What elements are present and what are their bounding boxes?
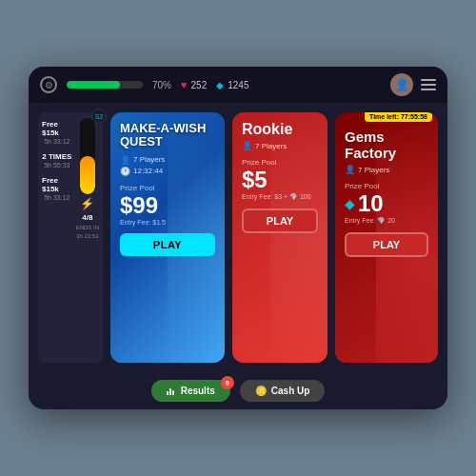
avatar[interactable]: 👤 (390, 73, 413, 96)
card-maw-entry-fee: Entry Fee: $1.5 (120, 219, 215, 226)
time-badge: Time left: 77:55:58 (365, 112, 432, 122)
card-gems: Time left: 77:55:58 Gems Factory 👤 7 Pla… (335, 112, 438, 363)
card-gems-entry-fee: Entry Fee: 💎 20 (345, 217, 428, 225)
header-left: ⚙ 70% ♥ 252 ◆ 1245 (40, 76, 379, 93)
header-right: 👤 (390, 73, 436, 96)
diamonds-value: 1245 (228, 80, 248, 90)
progress-label: 70% (152, 80, 171, 90)
ends-in-time: 3h 23:53 (76, 233, 98, 239)
app-window: ⚙ 70% ♥ 252 ◆ 1245 👤 (29, 67, 447, 409)
cashup-label: Cash Up (271, 386, 310, 396)
card-maw-play-button[interactable]: PLAY (120, 233, 215, 256)
card-maw-players: 👤 7 Players (120, 155, 215, 165)
card-gems-prize-amount: 10 (358, 192, 384, 215)
card-gems-title: Gems Factory (345, 129, 428, 161)
diamonds-stat: ◆ 1245 (216, 80, 248, 90)
card-rookie-prize-label: Prize Pool (242, 158, 318, 167)
main-content: S2 Free $15k 5h 33:12 2 TIMES 5h 55:33 (29, 103, 447, 372)
heart-icon: ♥ (181, 79, 188, 90)
slider-track (80, 118, 95, 194)
card-gems-play-button[interactable]: PLAY (345, 232, 428, 257)
card-rookie-players: 👤 7 Players (242, 141, 318, 150)
left-sidebar: S2 Free $15k 5h 33:12 2 TIMES 5h 55:33 (38, 112, 103, 363)
hearts-stat: ♥ 252 (181, 79, 207, 90)
sidebar-card3-title: Free $15k (42, 176, 72, 193)
results-badge: 9 (221, 376, 234, 389)
card-rookie-title: Rookie (242, 122, 318, 137)
card-maw-title: MAKE-A-WISHQUEST (120, 122, 215, 149)
cashup-icon: 🪙 (255, 386, 267, 396)
sidebar-card-3: Free $15k 5h 33:12 (42, 174, 72, 203)
results-label: Results (181, 386, 215, 396)
sidebar-card1-subtitle: 5h 33:12 (44, 138, 69, 145)
card-maw-time: 🕐 12:32:44 (120, 167, 215, 176)
diamond-icon: ◆ (216, 80, 224, 90)
card-gems-prize-label: Prize Pool (345, 182, 428, 190)
sidebar-card3-subtitle: 5h 33:12 (44, 194, 69, 201)
cashup-button[interactable]: 🪙 Cash Up (240, 380, 326, 402)
sidebar-card1-title: Free $15k (42, 120, 72, 137)
header: ⚙ 70% ♥ 252 ◆ 1245 👤 (29, 67, 447, 103)
sidebar-card-1: Free $15k 5h 33:12 (42, 118, 72, 147)
footer: Results 9 🪙 Cash Up (29, 372, 447, 409)
card-gems-players: 👤 7 Players (345, 165, 428, 174)
sidebar-card2-subtitle: 5h 55:33 (44, 162, 69, 169)
results-button[interactable]: Results 9 (151, 380, 230, 402)
slider-card: S2 Free $15k 5h 33:12 2 TIMES 5h 55:33 (38, 112, 103, 363)
ends-in-label: ENDS IN (76, 225, 99, 230)
card-rookie-prize-amount: $5 (242, 169, 318, 191)
cards-container: MAKE-A-WISHQUEST 👤 7 Players 🕐 12:32:44 … (110, 112, 438, 363)
slider-fill (80, 156, 95, 194)
hamburger-menu[interactable] (421, 79, 436, 90)
sidebar-card-2: 2 TIMES 5h 55:33 (42, 150, 72, 170)
s2-badge-label: S2 (95, 113, 104, 120)
bar-chart-icon (167, 387, 176, 395)
gear-icon[interactable]: ⚙ (40, 76, 57, 93)
card-rookie-entry-fee: Entry Fee: $3 + 💎 100 (242, 193, 318, 201)
card-maw-prize-amount: $99 (120, 194, 215, 217)
card-rookie: Rookie 👤 7 Players Prize Pool $5 Entry F… (232, 112, 327, 363)
sidebar-card2-title: 2 TIMES (42, 152, 71, 161)
progress-bar-container (67, 81, 143, 89)
card-rookie-play-button[interactable]: PLAY (242, 208, 318, 233)
card-maw-prize-label: Prize Pool (120, 184, 215, 192)
progress-bar-fill (67, 81, 120, 89)
lightning-icon: ⚡ (80, 197, 94, 210)
hearts-value: 252 (191, 80, 208, 90)
card-maw: MAKE-A-WISHQUEST 👤 7 Players 🕐 12:32:44 … (110, 112, 225, 363)
slider-count: 4/8 (82, 213, 92, 222)
